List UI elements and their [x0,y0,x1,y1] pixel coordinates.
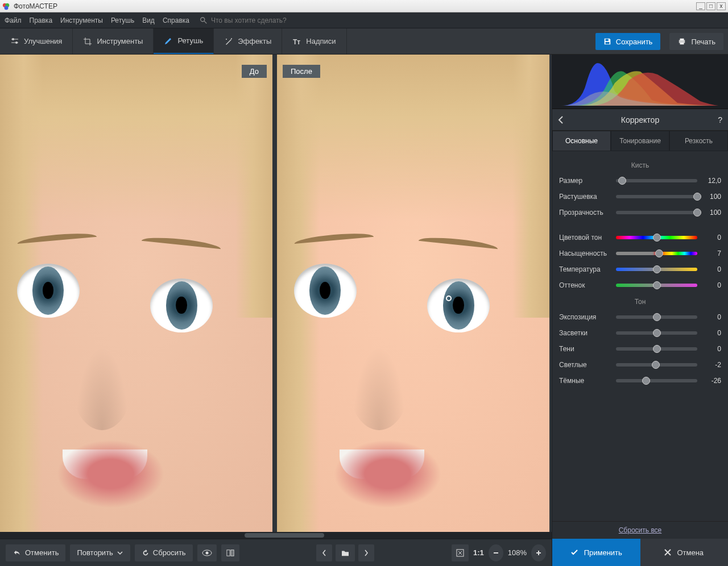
param-black-slider[interactable] [616,379,697,382]
chevron-left-icon [558,116,564,124]
chevron-right-icon [364,550,369,556]
svg-point-2 [5,6,9,10]
print-button[interactable]: Печать [669,33,723,50]
nav-folder-button[interactable] [336,544,355,561]
param-exp-slider[interactable] [616,315,697,319]
svg-point-9 [231,38,232,39]
nav-next-button[interactable] [358,544,374,561]
param-sat-slider[interactable] [616,252,697,255]
tab-text-label: Надписи [306,37,336,45]
horizontal-scrollbar[interactable] [0,532,552,539]
param-size-value: 12,0 [702,177,721,185]
slider-knob[interactable] [693,209,701,217]
svg-rect-20 [231,550,234,556]
print-label: Печать [691,38,715,46]
cancel-label: Отмена [677,548,704,557]
zoom-out-button[interactable] [489,544,503,561]
svg-point-8 [15,41,18,44]
slider-knob[interactable] [653,313,661,321]
tab-enhance[interactable]: Улучшения [0,28,73,54]
param-white-slider[interactable] [616,363,697,367]
save-button[interactable]: Сохранить [595,33,661,50]
reset-all-link[interactable]: Сбросить все [552,521,728,539]
slider-knob[interactable] [653,345,661,353]
slider-knob[interactable] [653,329,661,337]
compare-toggle-button[interactable] [221,544,239,561]
slider-knob[interactable] [642,377,650,385]
undo-icon [13,549,22,557]
param-shad-slider[interactable] [616,347,697,351]
minus-icon [493,550,499,556]
search-placeholder[interactable]: Что вы хотите сделать? [211,16,287,24]
window-title: ФотоМАСТЕР [14,2,57,10]
undo-button[interactable]: Отменить [6,544,65,561]
param-opacity: Прозрачность 100 [559,205,721,220]
slider-knob[interactable] [693,193,701,201]
param-size: Размер 12,0 [559,173,721,189]
reset-button[interactable]: Сбросить [135,544,193,561]
svg-line-4 [204,20,206,23]
param-hue-value: 0 [702,234,721,242]
window-close-button[interactable]: x [717,2,726,10]
param-high-slider[interactable] [616,331,697,335]
param-opacity-slider[interactable] [616,211,697,214]
param-tint-value: 0 [702,281,721,289]
tab-enhance-label: Улучшения [24,37,62,45]
param-tint-slider[interactable] [616,284,697,287]
param-exp-label: Экспозиция [559,313,611,321]
fit-screen-button[interactable] [452,544,469,561]
slider-knob[interactable] [653,281,661,289]
panel-tab-sharp[interactable]: Резкость [669,131,728,151]
zoom-in-button[interactable] [531,544,546,561]
slider-knob[interactable] [652,361,660,369]
view-after[interactable]: После [277,55,549,532]
param-hue-slider[interactable] [616,236,697,239]
histogram [552,55,728,109]
menu-edit[interactable]: Правка [30,16,53,24]
svg-point-6 [12,38,14,40]
apply-button[interactable]: Применить [552,539,640,566]
menu-retouch[interactable]: Ретушь [111,16,134,24]
tab-text[interactable]: Tт Надписи [282,28,346,54]
svg-rect-16 [680,43,684,45]
menu-instruments[interactable]: Инструменты [60,16,103,24]
param-white-label: Светлые [559,361,611,369]
save-icon [603,38,611,45]
cancel-button[interactable]: Отмена [640,539,729,566]
param-high: Засветки 0 [559,325,721,341]
panel-tab-basic[interactable]: Основные [552,131,611,151]
slider-knob[interactable] [618,177,626,185]
nav-prev-button[interactable] [316,544,332,561]
app-logo-icon [2,2,10,10]
tab-retouch[interactable]: Ретушь [154,28,214,54]
slider-knob[interactable] [655,249,663,257]
param-hue-label: Цветовой тон [559,234,611,242]
param-feather-slider[interactable] [616,195,697,198]
param-white-value: -2 [702,361,721,369]
slider-knob[interactable] [653,234,661,242]
panel-tab-toning[interactable]: Тонирование [611,131,669,151]
panel-back-button[interactable] [558,116,564,124]
folder-icon [341,550,349,556]
plus-icon [535,550,542,556]
eye-icon [202,550,212,556]
panel-help-button[interactable]: ? [718,115,722,124]
menu-help[interactable]: Справка [163,16,189,24]
edit-marker[interactable] [473,291,479,297]
menu-file[interactable]: Файл [5,16,22,24]
tab-tools[interactable]: Инструменты [73,28,154,54]
zoom-11-button[interactable]: 1:1 [473,548,484,557]
redo-button[interactable]: Повторить [70,544,130,561]
tab-effects[interactable]: Эффекты [214,28,282,54]
slider-knob[interactable] [653,265,661,273]
menu-view[interactable]: Вид [142,16,155,24]
canvas-area: До После Отменить [0,55,552,566]
svg-rect-12 [605,39,608,41]
param-temp-slider[interactable] [616,268,697,271]
preview-toggle-button[interactable] [197,544,217,561]
param-size-slider[interactable] [616,179,697,182]
window-maximize-button[interactable]: □ [706,2,715,10]
param-shad-label: Тени [559,345,611,353]
window-minimize-button[interactable]: _ [696,2,705,10]
view-before[interactable]: До [0,55,272,532]
